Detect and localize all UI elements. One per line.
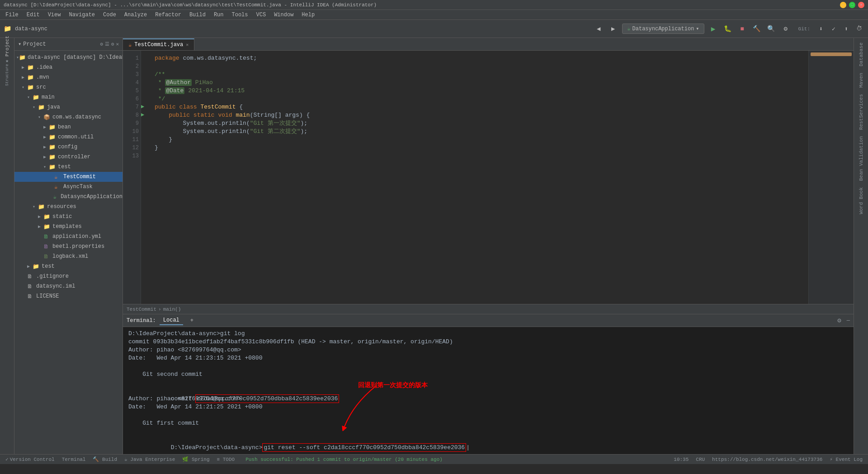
build-btn[interactable]: 🔨 Build xyxy=(91,456,119,462)
restservices-panel-btn[interactable]: RestServices xyxy=(857,91,866,133)
term-line-2: commit 093b3b34e11bcedf1ab2f4baf5331c8b9… xyxy=(128,338,848,346)
menu-run[interactable]: Run xyxy=(210,11,227,19)
tree-gitignore[interactable]: 🗎 .gitignore xyxy=(14,271,123,281)
tree-static[interactable]: ▶ 📁 static xyxy=(14,212,123,222)
project-panel-icon[interactable]: Project xyxy=(1,40,14,52)
tree-controller[interactable]: ▶ 📁 controller xyxy=(14,152,123,162)
run-config-selector[interactable]: ☕ DatasyncApplication ▾ xyxy=(622,24,704,34)
vc-icon: ✓ xyxy=(5,456,9,462)
tree-main[interactable]: ▾ 📁 main xyxy=(14,92,123,102)
menu-file[interactable]: File xyxy=(2,11,22,19)
code-line-13 xyxy=(155,152,803,160)
run-button[interactable]: ▶ xyxy=(708,24,719,34)
menu-navigate[interactable]: Navigate xyxy=(65,11,99,19)
database-panel-btn[interactable]: Database xyxy=(857,40,866,69)
stop-button[interactable]: ■ xyxy=(737,24,748,34)
config-dropdown-icon[interactable]: ▾ xyxy=(696,25,699,32)
bean-validation-panel-btn[interactable]: Bean Validation xyxy=(857,133,866,184)
menu-build[interactable]: Build xyxy=(186,11,209,19)
menu-edit[interactable]: Edit xyxy=(23,11,43,19)
terminal-btn[interactable]: Terminal xyxy=(60,457,88,462)
menu-help[interactable]: Help xyxy=(298,11,318,19)
terminal-settings-icon[interactable]: ⚙ xyxy=(837,317,841,324)
tree-package[interactable]: ▾ 📦 com.ws.datasync xyxy=(14,112,123,122)
panel-close-icon[interactable]: ✕ xyxy=(116,41,119,47)
time-text: 10:35 xyxy=(674,457,689,462)
spring-btn[interactable]: 🌿 Spring xyxy=(180,456,211,462)
git-push-button[interactable]: ⬆ xyxy=(841,24,852,34)
tree-logback-xml[interactable]: 🗎 logback.xml xyxy=(14,251,123,261)
project-dropdown-icon[interactable]: ▾ xyxy=(18,41,21,47)
tree-idea[interactable]: ▶ 📁 .idea xyxy=(14,62,123,72)
forward-button[interactable]: ▶ xyxy=(608,24,618,34)
tree-beetl-properties[interactable]: 🗎 beetl.properties xyxy=(14,242,123,251)
menu-analyze[interactable]: Analyze xyxy=(121,11,151,19)
minimize-button[interactable]: – xyxy=(840,2,846,8)
word-book-panel-btn[interactable]: Word Book xyxy=(857,185,866,217)
git-update-button[interactable]: ⬇ xyxy=(816,24,826,34)
yaml-icon: 🗎 xyxy=(43,233,51,240)
structure-icon[interactable]: Structure xyxy=(1,69,14,81)
folder-icon: 📁 xyxy=(49,124,56,131)
folder-icon: 📁 xyxy=(19,54,26,61)
tree-bean[interactable]: ▶ 📁 bean xyxy=(14,122,123,132)
tab-testcommit[interactable]: ☕ TestCommit.java ✕ xyxy=(123,38,194,50)
tree-resources[interactable]: ▾ 📁 resources xyxy=(14,202,123,212)
minimap-indicator xyxy=(811,52,852,56)
csdn-link[interactable]: https://blog.csdn.net/weixin_44173736 xyxy=(710,457,824,462)
run-arrow-7[interactable]: ▶ xyxy=(141,103,149,111)
tree-java[interactable]: ▾ 📁 java xyxy=(14,102,123,112)
panel-settings-icon[interactable]: ⚙ xyxy=(111,41,114,47)
tree-test-pkg[interactable]: ▾ 📁 test xyxy=(14,162,123,172)
panel-gear-icon[interactable]: ⚙ xyxy=(100,41,103,47)
panel-layout-icon[interactable]: ☰ xyxy=(105,41,109,47)
build-button[interactable]: 🔨 xyxy=(751,24,762,34)
tree-iml[interactable]: 🗎 datasync.iml xyxy=(14,281,123,291)
breadcrumb-testcommit[interactable]: TestCommit xyxy=(127,307,156,312)
menu-code[interactable]: Code xyxy=(99,11,120,19)
java-enterprise-btn[interactable]: ☕ Java Enterprise xyxy=(123,456,177,462)
terminal-content[interactable]: D:\IdeaProject\data-async>git log commit… xyxy=(123,327,854,454)
close-button[interactable]: ✕ xyxy=(858,2,864,8)
tree-datasyncapp[interactable]: ☕ DatasyncApplication xyxy=(14,192,123,202)
menu-view[interactable]: View xyxy=(44,11,65,19)
run-arrow-8[interactable]: ▶ xyxy=(141,111,149,119)
tree-asynctask[interactable]: ☕ AsyncTask xyxy=(14,182,123,192)
terminal-tab-add[interactable]: + xyxy=(187,317,197,325)
git-history-button[interactable]: ⏱ xyxy=(854,24,864,34)
tree-test-root[interactable]: ▶ 📁 test xyxy=(14,261,123,271)
git-commit-button[interactable]: ✓ xyxy=(828,24,839,34)
search-button[interactable]: 🔍 xyxy=(766,24,777,34)
tree-license[interactable]: 🗎 LICENSE xyxy=(14,291,123,301)
version-control-btn[interactable]: ✓ Version Control xyxy=(4,456,57,462)
tree-config[interactable]: ▶ 📁 config xyxy=(14,142,123,152)
editor-main: ☕ TestCommit.java ✕ 1 2 3 4 5 6 7 8 9 xyxy=(123,38,854,454)
tree-root[interactable]: ▾ 📁 data-async [datasync] D:\IdeaProject… xyxy=(14,52,123,62)
code-editor[interactable]: package com.ws.datasync.test; /** * @Aut… xyxy=(149,51,808,304)
menu-refactor[interactable]: Refactor xyxy=(151,11,185,19)
terminal-minimize-icon[interactable]: — xyxy=(847,318,850,324)
tree-templates[interactable]: ▶ 📁 templates xyxy=(14,222,123,232)
tree-common[interactable]: ▶ 📁 common.util xyxy=(14,132,123,142)
menu-vcs[interactable]: VCS xyxy=(253,11,270,19)
menu-window[interactable]: Window xyxy=(270,11,297,19)
tree-application-yml[interactable]: 🗎 application.yml xyxy=(14,232,123,242)
tree-src[interactable]: ▾ 📁 src xyxy=(14,82,123,92)
tab-close-icon[interactable]: ✕ xyxy=(186,42,189,47)
maven-panel-btn[interactable]: Maven xyxy=(857,70,866,90)
maximize-button[interactable]: □ xyxy=(849,2,855,8)
back-button[interactable]: ◀ xyxy=(593,24,604,34)
tree-arrow: ▾ xyxy=(33,204,38,209)
terminal-tab-local[interactable]: Local xyxy=(160,316,183,325)
project-panel: ▾ Project ⚙ ☰ ⚙ ✕ ▾ 📁 data-async [datasy… xyxy=(14,38,123,454)
encoding-label[interactable]: CRU xyxy=(694,457,707,462)
event-log-btn[interactable]: ⚡ Event Log xyxy=(828,456,864,462)
menu-tools[interactable]: Tools xyxy=(228,11,252,19)
todo-btn[interactable]: ≡ TODO xyxy=(215,457,237,462)
tree-testcommit[interactable]: ☕ TestCommit xyxy=(14,172,123,182)
tree-mvn[interactable]: ▶ 📁 .mvn xyxy=(14,72,123,82)
debug-button[interactable]: 🐛 xyxy=(722,24,733,34)
folder-icon: 📁 xyxy=(38,104,45,111)
breadcrumb-main[interactable]: main() xyxy=(163,307,181,312)
settings-button[interactable]: ⚙ xyxy=(780,24,791,34)
